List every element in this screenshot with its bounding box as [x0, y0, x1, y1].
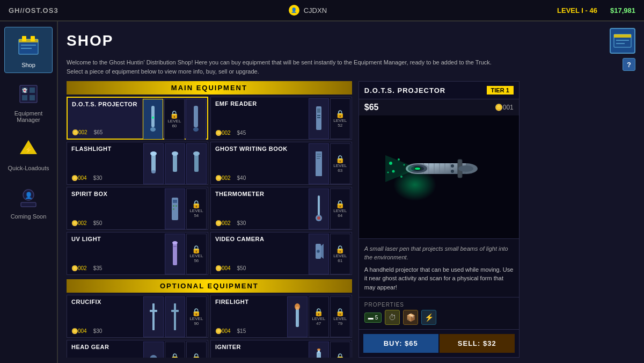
- svg-rect-38: [317, 154, 321, 155]
- main-equipment-grid: D.O.T.S. PROJECTOR 🪙002 $65: [67, 97, 352, 275]
- svg-rect-18: [614, 34, 631, 38]
- sidebar-item-quick-loadouts[interactable]: ⚡ Quick-Loadouts: [4, 130, 53, 176]
- shop-header: SHOP: [58, 21, 644, 58]
- variant-sb-1[interactable]: [165, 188, 185, 229]
- sidebar-loadouts-label: Quick-Loadouts: [8, 165, 49, 171]
- svg-point-63: [150, 355, 157, 358]
- variant-dots-3[interactable]: [186, 99, 206, 140]
- variant-cr-2[interactable]: [165, 296, 185, 337]
- variant-fir-1[interactable]: [287, 296, 308, 337]
- svg-rect-3: [19, 39, 38, 42]
- svg-rect-57: [150, 310, 157, 312]
- help-button[interactable]: ?: [623, 58, 635, 71]
- prop-lightning-icon: ⚡: [421, 310, 436, 325]
- svg-rect-29: [317, 117, 320, 118]
- equipment-item-igniter[interactable]: IGNITER 🪙004 $10: [210, 340, 352, 358]
- prop-box-icon: 📦: [403, 310, 418, 325]
- svg-point-91: [451, 164, 454, 168]
- equipment-info-dots: D.O.T.S. PROJECTOR 🪙002 $65: [68, 98, 142, 139]
- variant-dots-1[interactable]: [143, 99, 163, 140]
- equipment-item-thermo[interactable]: THERMOMETER 🪙002 $30: [210, 187, 352, 230]
- detail-description: A small laser pen that projects small be…: [359, 239, 519, 298]
- variant-dots-2: 🔒 LEVEL60: [164, 99, 185, 140]
- equipment-scroll[interactable]: MAIN EQUIPMENT D.O.T.S. PROJECTOR 🪙002 $…: [67, 81, 352, 358]
- svg-rect-24: [194, 106, 198, 127]
- app-id: GH//OST.OS3: [9, 6, 58, 14]
- sidebar-item-equipment-manager[interactable]: 👻 Equipment Manager: [4, 75, 53, 128]
- shop-title: SHOP: [67, 32, 113, 49]
- variant-gwb-2: 🔒 LEVEL63: [330, 143, 350, 184]
- variant-th-2: 🔒 LEVEL64: [330, 188, 350, 229]
- sidebar-item-shop[interactable]: Shop: [4, 27, 53, 73]
- stats: LEVEL I - 46 $17,981: [557, 6, 635, 14]
- equipment-item-dots[interactable]: D.O.T.S. PROJECTOR 🪙002 $65: [67, 97, 208, 140]
- variant-hg-1[interactable]: [143, 342, 164, 358]
- variant-fl-3[interactable]: [186, 143, 207, 184]
- variant-fir-3: 🔒 LEVEL79: [330, 296, 350, 337]
- variant-ig-2: 🔒 LEVEL57: [330, 342, 350, 358]
- svg-point-87: [387, 172, 389, 173]
- equipment-item-emf[interactable]: EMF READER 🪙002 $45: [210, 97, 352, 140]
- variant-fl-1[interactable]: [143, 143, 164, 184]
- svg-point-31: [150, 151, 157, 156]
- shop-body: MAIN EQUIPMENT D.O.T.S. PROJECTOR 🪙002 $…: [58, 81, 644, 363]
- variant-th-1[interactable]: [309, 188, 329, 229]
- svg-rect-40: [317, 158, 320, 159]
- variant-uv-1[interactable]: [165, 234, 185, 274]
- sidebar-coming-soon-label: Coming Soon: [11, 213, 47, 220]
- svg-point-83: [389, 162, 392, 165]
- variant-ig-1[interactable]: [309, 342, 329, 358]
- variant-cr-1[interactable]: [143, 296, 164, 337]
- equipment-item-uvlight[interactable]: UV LIGHT 🪙002 $35: [67, 232, 208, 275]
- sell-button[interactable]: SELL: $32: [440, 334, 515, 353]
- svg-rect-42: [173, 200, 177, 203]
- equipment-item-spiritbox[interactable]: SPIRIT BOX 🪙002 $50: [67, 187, 208, 230]
- equipment-item-videocam[interactable]: VIDEO CAMERA 🪙004 $50: [210, 232, 352, 275]
- equipment-item-flashlight[interactable]: FLASHLIGHT 🪙004 $30: [67, 142, 208, 185]
- slot-icon: ▬: [368, 315, 374, 321]
- svg-point-55: [317, 251, 319, 252]
- content-area: SHOP Welcome to the Ghost Huntin' Distri…: [58, 21, 644, 363]
- svg-marker-53: [321, 244, 324, 259]
- variant-gwb-1[interactable]: [309, 143, 329, 184]
- svg-point-23: [152, 117, 154, 119]
- svg-rect-58: [174, 303, 176, 330]
- variant-sb-2: 🔒 LEVEL54: [186, 188, 207, 229]
- welcome-text: Welcome to the Ghost Huntin' Distributio…: [67, 58, 492, 76]
- variant-vc-1[interactable]: [309, 234, 329, 274]
- svg-point-81: [415, 168, 420, 170]
- equipment-item-headgear[interactable]: HEAD GEAR 🪙004 $60: [67, 340, 208, 358]
- variant-hg-3: 🔒 LEVEL82: [186, 342, 207, 358]
- svg-rect-49: [173, 242, 177, 265]
- svg-point-84: [398, 158, 400, 161]
- equipment-item-firelight[interactable]: FIRELIGHT 🪙004 $15: [210, 295, 352, 338]
- variant-fir-2: 🔒 LEVEL47: [309, 296, 329, 337]
- svg-rect-39: [317, 156, 321, 157]
- equipment-item-gwb[interactable]: GHOST WRITING BOOK 🪙002 $40: [210, 142, 352, 185]
- svg-point-85: [392, 170, 394, 173]
- svg-rect-16: [21, 202, 36, 207]
- variant-fl-2[interactable]: [165, 143, 185, 184]
- properties-icons: ▬ 5 ⏱ 📦 ⚡: [364, 310, 514, 325]
- prop-time-icon: ⏱: [385, 310, 400, 325]
- sidebar: Shop 👻 Equipment Manager ⚡: [0, 21, 58, 363]
- svg-rect-73: [428, 163, 429, 174]
- equipment-item-crucifix[interactable]: CRUCIFIX 🪙004 $30: [67, 295, 208, 338]
- sidebar-shop-label: Shop: [21, 62, 35, 68]
- optional-equipment-grid: CRUCIFIX 🪙004 $30: [67, 295, 352, 358]
- equipment-manager-icon: 👻: [14, 80, 42, 108]
- svg-text:⚡: ⚡: [25, 146, 33, 154]
- svg-point-86: [400, 176, 402, 178]
- variant-emf-1[interactable]: [309, 98, 329, 139]
- prop-slot-badge: ▬ 5: [364, 313, 382, 323]
- buy-button[interactable]: BUY: $65: [363, 334, 438, 353]
- variant-emf-2: 🔒 LEVEL52: [330, 98, 350, 139]
- svg-point-48: [317, 216, 320, 220]
- svg-rect-45: [173, 208, 174, 210]
- svg-text:👤: 👤: [25, 191, 33, 199]
- variant-vc-2: 🔒 LEVEL61: [330, 234, 350, 274]
- svg-point-50: [172, 241, 178, 244]
- svg-rect-10: [30, 95, 35, 100]
- sidebar-item-coming-soon[interactable]: 👤 Coming Soon: [4, 178, 53, 224]
- svg-point-67: [317, 349, 320, 351]
